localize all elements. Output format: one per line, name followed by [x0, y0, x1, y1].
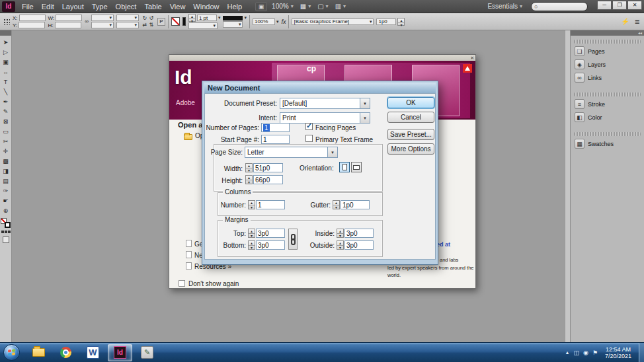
fill-stroke-indicator[interactable]	[1, 218, 11, 228]
gradient-tool[interactable]: ▩	[1, 156, 11, 166]
bridge-icon[interactable]: ▣	[255, 2, 267, 11]
gutter-stepper[interactable]	[333, 200, 340, 209]
screen-mode-button[interactable]	[3, 236, 9, 243]
eyedropper-tool[interactable]: ✑	[1, 186, 11, 196]
orientation-portrait-button[interactable]	[339, 162, 350, 172]
number-of-pages-field[interactable]: 1	[261, 123, 290, 132]
menu-layout[interactable]: Layout	[58, 3, 88, 11]
primary-text-frame-checkbox[interactable]	[305, 135, 313, 142]
stroke-weight-field[interactable]: 1 pt	[197, 15, 217, 21]
ok-button[interactable]: OK	[387, 97, 434, 108]
opacity-arrow-icon[interactable]: ▾	[276, 19, 279, 24]
menu-help[interactable]: Help	[223, 3, 246, 11]
direct-selection-tool[interactable]: ▷	[1, 47, 11, 57]
dropdown-arrow-icon[interactable]	[360, 98, 370, 108]
gutter-field[interactable]: 1p0	[341, 200, 370, 209]
pen-tool[interactable]: ✒	[1, 96, 11, 106]
object-style-select[interactable]: [Basic Graphics Frame]	[292, 18, 374, 25]
hand-tool[interactable]: ☛	[1, 196, 11, 205]
welcome-close-icon[interactable]: ✕	[470, 55, 474, 61]
fill-color-swatch[interactable]	[182, 17, 186, 26]
shear-angle-field[interactable]	[116, 22, 139, 28]
dropdown-arrow-icon[interactable]	[327, 147, 337, 157]
collapse-panels-icon[interactable]: ◂◂	[638, 30, 642, 36]
rotate-ccw-icon[interactable]: ↺	[148, 15, 155, 22]
margin-bottom-field[interactable]: 3p0	[256, 240, 285, 250]
selection-tool[interactable]: ➤	[1, 37, 11, 47]
tray-action-center-icon[interactable]: ⚑	[592, 349, 598, 356]
y-position-field[interactable]	[19, 22, 45, 28]
layers-panel-button[interactable]: ◈ Layers	[575, 59, 640, 70]
height-field[interactable]: 66p0	[253, 175, 283, 184]
margin-inside-stepper[interactable]	[337, 229, 344, 238]
document-preset-select[interactable]: [Default]	[280, 98, 370, 109]
orientation-landscape-button[interactable]	[351, 162, 362, 172]
constrain-proportions-icon[interactable]: ∞	[85, 18, 89, 24]
margin-top-field[interactable]: 3p0	[256, 229, 285, 238]
scale-y-field[interactable]	[91, 22, 114, 28]
stroke-type-select[interactable]	[188, 22, 218, 29]
width-stepper[interactable]	[245, 163, 253, 172]
page-tool[interactable]: ▣	[1, 57, 11, 67]
cancel-button[interactable]: Cancel	[387, 112, 434, 123]
search-input[interactable]: ○	[531, 2, 588, 11]
gap-tool[interactable]: ↔	[1, 67, 11, 77]
menu-file[interactable]: File	[18, 3, 38, 11]
gradient-feather-tool[interactable]: ◨	[1, 166, 11, 176]
corner-size-stepper[interactable]	[397, 18, 405, 26]
restore-button[interactable]: ❐	[612, 1, 627, 10]
zoom-level-select[interactable]: 100%	[268, 3, 297, 10]
panel-group-grabber[interactable]	[574, 40, 641, 44]
close-button[interactable]: ✕	[627, 1, 642, 10]
stroke-color-swatch[interactable]	[171, 17, 180, 26]
select-content-icon[interactable]: P	[157, 18, 165, 26]
menu-window[interactable]: Window	[189, 3, 223, 11]
tray-expand-icon[interactable]: ▲	[565, 350, 570, 355]
effects-icon[interactable]: fx	[281, 18, 286, 25]
flip-vertical-icon[interactable]: ⇅	[148, 22, 155, 28]
dont-show-checkbox[interactable]	[179, 280, 185, 287]
intent-select[interactable]: Print	[280, 112, 370, 124]
workspace-switcher[interactable]: Essentials	[484, 3, 526, 10]
menu-table[interactable]: Table	[140, 3, 165, 11]
chrome-taskbar-button[interactable]	[54, 344, 78, 361]
tray-volume-icon[interactable]: ◉	[583, 349, 588, 356]
stroke-swatch-icon[interactable]	[5, 222, 11, 228]
zoom-tool[interactable]: ⊕	[1, 205, 11, 215]
dropdown-arrow-icon[interactable]	[360, 113, 370, 123]
swatches-panel-button[interactable]: ▦ Swatches	[575, 138, 640, 149]
rectangle-tool[interactable]: ▭	[1, 126, 11, 136]
vertical-scrollbar[interactable]	[565, 30, 570, 342]
minimize-button[interactable]: ─	[597, 1, 612, 10]
color-panel-button[interactable]: ◧ Color	[575, 112, 640, 123]
tools-panel-header[interactable]	[0, 30, 11, 36]
menu-object[interactable]: Object	[112, 3, 141, 11]
stroke-end-select[interactable]	[223, 21, 243, 28]
columns-number-stepper[interactable]	[248, 200, 255, 209]
pages-panel-button[interactable]: ❏ Pages	[575, 46, 640, 57]
stroke-style-arrow-icon[interactable]: ▾	[244, 15, 247, 20]
type-tool[interactable]: T	[1, 77, 11, 87]
stroke-weight-stepper[interactable]	[188, 14, 196, 22]
start-page-field[interactable]: 1	[261, 135, 290, 144]
apply-color-buttons[interactable]	[1, 231, 11, 233]
reference-point-grid[interactable]	[3, 18, 10, 25]
free-transform-tool[interactable]: ✛	[1, 146, 11, 156]
taskbar-clock[interactable]: 12:54 AM 7/20/2021	[600, 346, 636, 359]
panel-group-grabber[interactable]	[574, 132, 641, 136]
indesign-taskbar-button[interactable]: Id	[108, 344, 132, 361]
columns-number-field[interactable]: 1	[256, 200, 285, 209]
width-field[interactable]	[56, 15, 82, 21]
margin-top-stepper[interactable]	[248, 229, 255, 238]
margin-outside-field[interactable]: 3p0	[344, 240, 374, 250]
menu-edit[interactable]: Edit	[38, 3, 58, 11]
facing-pages-checkbox[interactable]	[305, 123, 313, 130]
rotation-angle-field[interactable]	[116, 15, 139, 21]
view-options-select[interactable]: ▦	[297, 3, 314, 10]
x-position-field[interactable]	[19, 15, 46, 21]
more-options-button[interactable]: More Options	[387, 143, 434, 155]
opacity-field[interactable]: 100%	[253, 18, 275, 25]
stroke-weight-arrow-icon[interactable]: ▾	[218, 15, 221, 20]
show-desktop-button[interactable]	[639, 343, 644, 362]
utility-taskbar-button[interactable]: ✎	[135, 344, 159, 361]
